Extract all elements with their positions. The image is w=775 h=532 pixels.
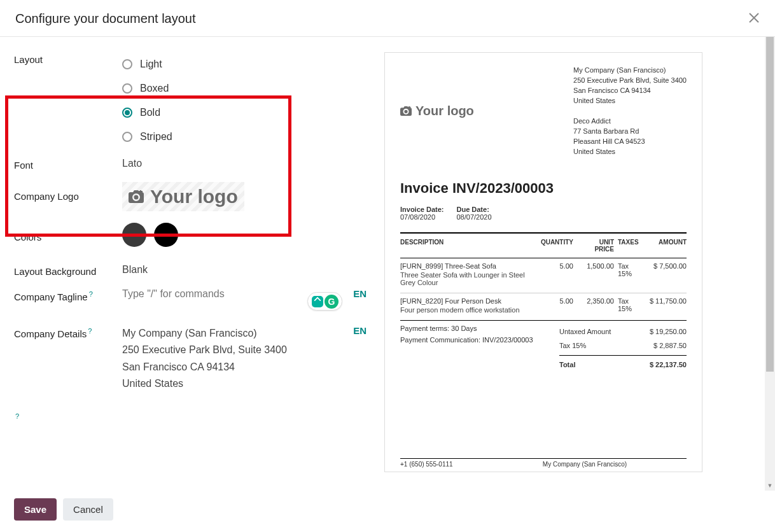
line-sub: Four person modern office workstation [400, 306, 534, 314]
font-select[interactable]: Lato [122, 158, 369, 169]
scrollbar-arrow-down-icon[interactable]: ▼ [765, 480, 775, 491]
font-label: Font [14, 158, 122, 171]
payment-terms-label: Payment terms: [400, 325, 449, 332]
save-button[interactable]: Save [14, 498, 57, 521]
invoice-date-label: Invoice Date: [400, 206, 443, 213]
line-sub: Three Seater Sofa with Lounger in Steel … [400, 271, 534, 286]
color-secondary-swatch[interactable] [154, 223, 178, 247]
line-code: [FURN_8220] Four Person Desk [400, 297, 534, 305]
dialog-title: Configure your document layout [15, 11, 196, 26]
company-tagline-label: Company Tagline? [14, 288, 122, 302]
help-icon[interactable]: ? [89, 290, 93, 298]
camera-icon [400, 106, 412, 116]
tax-value: $ 2,887.50 [653, 342, 687, 349]
col-taxes: TAXES [614, 239, 639, 253]
layout-option-label: Striped [140, 131, 172, 143]
help-icon[interactable]: ? [88, 327, 92, 335]
line-amount: $ 7,500.00 [639, 262, 687, 286]
radio-icon [122, 59, 132, 69]
form-panel: Layout Light Boxed Bold [0, 37, 382, 491]
cancel-button[interactable]: Cancel [63, 498, 113, 521]
footer-phone: +1 (650) 555-0111 [400, 461, 483, 468]
preview-document: Your logo My Company (San Francisco) 250… [384, 52, 702, 472]
layout-option-label: Boxed [140, 83, 169, 94]
line-price: 2,350.00 [573, 297, 614, 314]
line-qty: 5.00 [534, 297, 573, 314]
svg-rect-1 [139, 191, 143, 192]
invoice-title: Invoice INV/2023/00003 [400, 180, 687, 197]
layout-bg-label: Layout Background [14, 264, 122, 277]
addr-line: Deco Addict [573, 116, 687, 127]
line-qty: 5.00 [534, 262, 573, 286]
logo-upload[interactable]: Your logo [122, 182, 244, 211]
line-tax: Tax 15% [614, 262, 639, 286]
close-icon[interactable] [748, 12, 760, 26]
addr-line: United States [573, 96, 687, 106]
invoice-line: [FURN_8999] Three-Seat Sofa Three Seater… [400, 258, 687, 293]
company-details-input[interactable]: My Company (San Francisco) 250 Executive… [122, 325, 369, 393]
payment-comm-label: Payment Communication: [400, 336, 480, 344]
customer-address: Deco Addict 77 Santa Barbara Rd Pleasant… [573, 116, 687, 157]
layout-option-label: Bold [140, 107, 160, 118]
invoice-dates: Invoice Date: 07/08/2020 Due Date: 08/07… [400, 206, 687, 221]
help-icon[interactable]: ? [15, 412, 19, 420]
due-date: 08/07/2020 [456, 213, 491, 221]
line-tax: Tax 15% [614, 297, 639, 314]
footer-label: ? [14, 410, 122, 424]
company-tagline-label-text: Company Tagline [14, 291, 88, 302]
layout-option-striped[interactable]: Striped [122, 125, 369, 149]
payment-comm: INV/2023/00003 [482, 336, 533, 344]
footer-company: My Company (San Francisco) [483, 461, 687, 468]
col-amount: AMOUNT [639, 239, 687, 253]
lang-badge[interactable]: EN [353, 325, 367, 336]
company-details-line: San Francisco CA 94134 [122, 359, 369, 375]
addr-line: 250 Executive Park Blvd, Suite 3400 [573, 76, 687, 86]
scrollbar[interactable]: ▼ [765, 37, 775, 491]
total-label: Total [559, 361, 575, 368]
dialog-body: Layout Light Boxed Bold [0, 37, 775, 491]
invoice-date: 07/08/2020 [400, 213, 443, 221]
company-details-line: United States [122, 375, 369, 392]
addr-line: My Company (San Francisco) [573, 66, 687, 76]
tax-label: Tax 15% [559, 342, 586, 349]
preview-panel: Your logo My Company (San Francisco) 250… [382, 37, 775, 491]
scrollbar-thumb[interactable] [766, 37, 774, 372]
grammarly-icon: G [325, 295, 339, 309]
company-details-label: Company Details? [14, 325, 122, 339]
dialog-footer: Save Cancel [0, 491, 775, 532]
layout-label: Layout [14, 52, 122, 65]
layout-option-light[interactable]: Light [122, 52, 369, 76]
total-value: $ 22,137.50 [650, 361, 687, 368]
grammarly-tone-icon [312, 296, 323, 307]
lang-badge[interactable]: EN [353, 288, 367, 299]
line-code: [FURN_8999] Three-Seat Sofa [400, 262, 534, 270]
payment-terms: 30 Days [451, 325, 477, 332]
color-primary-swatch[interactable] [122, 223, 146, 247]
payment-info: Payment terms: 30 Days Payment Communica… [400, 325, 533, 344]
layout-option-label: Light [140, 59, 162, 70]
svg-rect-3 [408, 107, 411, 108]
camera-icon [129, 190, 144, 203]
untaxed-value: $ 19,250.00 [650, 328, 687, 335]
layout-option-boxed[interactable]: Boxed [122, 76, 369, 101]
invoice-line: [FURN_8220] Four Person Desk Four person… [400, 293, 687, 320]
company-details-line: 250 Executive Park Blvd, Suite 3400 [122, 342, 369, 358]
company-details-label-text: Company Details [14, 328, 87, 339]
logo-placeholder-text: Your logo [150, 186, 238, 207]
layout-bg-select[interactable]: Blank [122, 264, 369, 276]
col-quantity: QUANTITY [534, 239, 573, 253]
addr-line: United States [573, 147, 687, 157]
addr-line: San Francisco CA 94134 [573, 86, 687, 96]
dialog: Configure your document layout Layout Li… [0, 0, 775, 532]
layout-option-bold[interactable]: Bold [122, 101, 369, 125]
grammarly-widget[interactable]: G [307, 292, 342, 311]
radio-icon [122, 132, 132, 142]
totals: Untaxed Amount $ 19,250.00 Tax 15% $ 2,8… [559, 325, 687, 372]
line-amount: $ 11,750.00 [639, 297, 687, 314]
preview-logo: Your logo [400, 66, 474, 157]
company-logo-label: Company Logo [14, 182, 122, 202]
addr-line: Pleasant Hill CA 94523 [573, 137, 687, 147]
col-unit-price: UNIT PRICE [573, 239, 614, 253]
company-details-line: My Company (San Francisco) [122, 325, 369, 342]
company-tagline-input[interactable] [122, 288, 275, 300]
